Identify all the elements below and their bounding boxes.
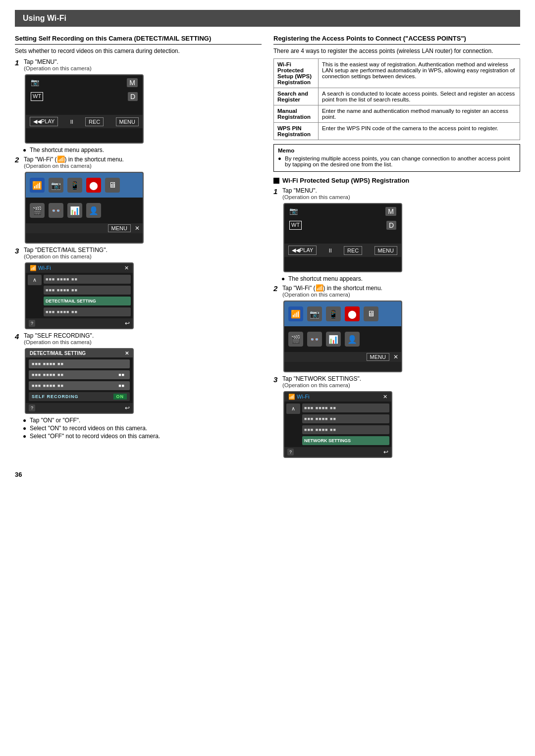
wifi-footer-detect: ? ↩ (26, 318, 133, 328)
page-title: Using Wi-Fi (15, 10, 520, 27)
cam-r-pause-icon: II (329, 248, 332, 253)
right-step-3-text: Tap "NETWORK SETTINGS". (282, 375, 361, 382)
detect-header: DETECT/MAIL SETTING ✕ (26, 349, 133, 357)
detect-self-recording-row[interactable]: SELF RECORDING ON (29, 392, 130, 401)
subsection-wps-label: Wi-Fi Protected Setup (WPS) Registration (282, 177, 409, 184)
shortcut-close-icon[interactable]: ✕ (135, 225, 140, 232)
wifi-back-btn-detect[interactable]: ↩ (125, 320, 130, 327)
detect-question-btn[interactable]: ? (29, 404, 35, 411)
sc-r-monitor-icon: 🖥 (364, 306, 378, 321)
wifi-item-4-detect[interactable]: ■■■ ■■■■ ■■ (44, 307, 131, 316)
shortcut-top-right: 📶 📷 📱 ⬤ 🖥 (284, 302, 401, 326)
table-row-manual: Manual Registration Enter the name and a… (274, 105, 520, 123)
cam-icon-d: D (128, 92, 138, 101)
wifi-item-2-detect[interactable]: ■■■ ■■■■ ■■ (44, 286, 131, 295)
bullet-shortcut-right: ● The shortcut menu appears. (281, 275, 520, 282)
cam-pause-icon: II (70, 119, 73, 125)
wifi-items-network: ■■■ ■■■■ ■■ ■■■ ■■■■ ■■ ■■■ ■■■■ ■■ NETW… (302, 403, 389, 445)
detect-item-1[interactable]: ■■■ ■■■■ ■■ (29, 359, 130, 368)
step-3-num: 3 (15, 247, 22, 259)
shortcut-top-left: 📶 📷 📱 ⬤ 🖥 (26, 173, 143, 198)
wifi-question-btn-network[interactable]: ? (287, 449, 294, 455)
wifi-item-1-detect[interactable]: ■■■ ■■■■ ■■ (44, 275, 131, 284)
cam-r-menu-btn[interactable]: MENU (374, 246, 397, 255)
detect-footer: ? ↩ (26, 403, 133, 413)
sc-r-dot-icon: ⬤ (345, 306, 360, 321)
cam-play-btn[interactable]: ◀◀PLAY (30, 117, 58, 126)
step-2-sub: (Operation on this camera) (24, 163, 124, 169)
camera-screen-right-1: 📷 M WT D ◀◀PLAY II REC MENU (283, 203, 402, 272)
cam-menu-btn[interactable]: MENU (116, 117, 139, 126)
shortcut-bottom-left: 🎬 👓 📊 👤 (26, 198, 143, 223)
bullet-on-off: ● Tap "ON" or "OFF". (23, 417, 262, 424)
step-1-text: Tap "MENU". (24, 58, 92, 65)
step-4-sub: (Operation on this camera) (24, 339, 94, 345)
wifi-question-btn-detect[interactable]: ? (29, 320, 35, 327)
step-4-num: 4 (15, 332, 22, 345)
detect-back-btn[interactable]: ↩ (125, 404, 130, 411)
sc-r-close-icon[interactable]: ✕ (393, 353, 398, 360)
right-step-2-text: Tap "Wi-Fi" (📶) in the shortcut menu. (282, 284, 382, 292)
right-step-1-sub: (Operation on this camera) (282, 194, 350, 200)
shortcut-screen-left: 📶 📷 📱 ⬤ 🖥 🎬 👓 📊 👤 MENU ✕ (25, 172, 144, 244)
network-settings-label: NETWORK SETTINGS (304, 438, 351, 443)
sc-r-glasses-icon: 👓 (307, 332, 322, 347)
right-step-2-sub: (Operation on this camera) (282, 292, 382, 298)
memo-item-1: ● By registering multiple access points,… (278, 155, 516, 167)
cam-r-rec-btn[interactable]: REC (344, 246, 362, 255)
wifi-net-item-3[interactable]: ■■■ ■■■■ ■■ (302, 425, 389, 434)
table-row-search: Search and Register A search is conducte… (274, 88, 520, 105)
sc-film-icon: 🎬 (30, 203, 45, 218)
left-column: Setting Self Recording on this Camera (D… (15, 35, 262, 461)
detect-item-3[interactable]: ■■■ ■■■■ ■■ ■■ (29, 381, 130, 390)
wifi-up-btn-detect[interactable]: ∧ (28, 275, 42, 285)
table-cell-search-method: Search and Register (274, 88, 319, 105)
wifi-close-detect[interactable]: ✕ (124, 265, 129, 271)
bullet-list-left: ● Tap "ON" or "OFF". ● Select "ON" to re… (23, 417, 262, 440)
detect-self-rec-label: SELF RECORDING (32, 394, 79, 399)
wifi-close-network[interactable]: ✕ (383, 394, 387, 400)
shortcut-screen-right: 📶 📷 📱 ⬤ 🖥 🎬 👓 📊 👤 MENU ✕ (283, 301, 402, 372)
wifi-sidebar-detect: ∧ (28, 275, 42, 316)
wifi-body-detect: ∧ ■■■ ■■■■ ■■ ■■■ ■■■■ ■■ DETECT/MAIL SE… (26, 273, 133, 318)
wifi-net-item-2[interactable]: ■■■ ■■■■ ■■ (302, 414, 389, 423)
wifi-network-settings-btn[interactable]: NETWORK SETTINGS (302, 436, 389, 445)
wifi-screen-detect: 📶 Wi-Fi ✕ ∧ ■■■ ■■■■ ■■ ■■■ ■■■■ ■■ DETE… (25, 262, 134, 329)
wifi-detect-mail-btn[interactable]: DETECT/MAIL SETTING (44, 297, 131, 305)
right-step-1-num: 1 (273, 187, 280, 200)
cam-icon-photo: 📷 (31, 78, 39, 87)
bullet-off: ● Select "OFF" not to record videos on t… (23, 433, 262, 440)
sc-person-icon: 👤 (86, 203, 101, 218)
right-step-3-sub: (Operation on this camera) (282, 382, 361, 388)
subsection-wps-title: Wi-Fi Protected Setup (WPS) Registration (273, 177, 520, 184)
step-4: 4 Tap "SELF RECORDING". (Operation on th… (15, 332, 262, 345)
right-step-3: 3 Tap "NETWORK SETTINGS". (Operation on … (273, 375, 520, 388)
detect-item-2[interactable]: ■■■ ■■■■ ■■ ■■ (29, 370, 130, 379)
wifi-body-network: ∧ ■■■ ■■■■ ■■ ■■■ ■■■■ ■■ ■■■ ■■■■ ■■ NE… (284, 402, 391, 447)
black-sq-icon (273, 178, 279, 184)
sc-r-phone-icon: 📱 (326, 306, 341, 321)
step-2-num: 2 (15, 155, 22, 169)
step-1-num: 1 (15, 58, 22, 71)
cam-icon-m: M (127, 78, 138, 87)
wifi-back-btn-network[interactable]: ↩ (383, 449, 388, 455)
wifi-items-detect: ■■■ ■■■■ ■■ ■■■ ■■■■ ■■ DETECT/MAIL SETT… (44, 275, 131, 316)
sc-glasses-icon: 👓 (49, 203, 63, 218)
detect-on-label[interactable]: ON (113, 394, 127, 400)
table-row-wpspin: WPS PIN Registration Enter the WPS PIN c… (274, 123, 520, 140)
sc-r-menu-btn[interactable]: MENU (367, 353, 389, 361)
wifi-up-btn-network[interactable]: ∧ (286, 403, 300, 414)
shortcut-menu-btn[interactable]: MENU (108, 224, 131, 232)
sc-chart-icon: 📊 (67, 203, 82, 218)
table-cell-manual-desc: Enter the name and authentication method… (319, 105, 520, 123)
wifi-signal-network: 📶 Wi-Fi (288, 394, 310, 400)
wifi-net-item-1[interactable]: ■■■ ■■■■ ■■ (302, 403, 389, 412)
page-number: 36 (15, 471, 520, 478)
cam-r-play-btn[interactable]: ◀◀PLAY (288, 246, 317, 255)
cam-rec-btn[interactable]: REC (85, 117, 104, 126)
right-step-1: 1 Tap "MENU". (Operation on this camera) (273, 187, 520, 200)
right-step-2-num: 2 (273, 284, 280, 298)
detect-close[interactable]: ✕ (125, 351, 129, 356)
detect-mail-screen: DETECT/MAIL SETTING ✕ ■■■ ■■■■ ■■ ■■■ ■■… (25, 348, 134, 414)
wifi-header-detect: 📶 Wi-Fi ✕ (26, 263, 133, 273)
